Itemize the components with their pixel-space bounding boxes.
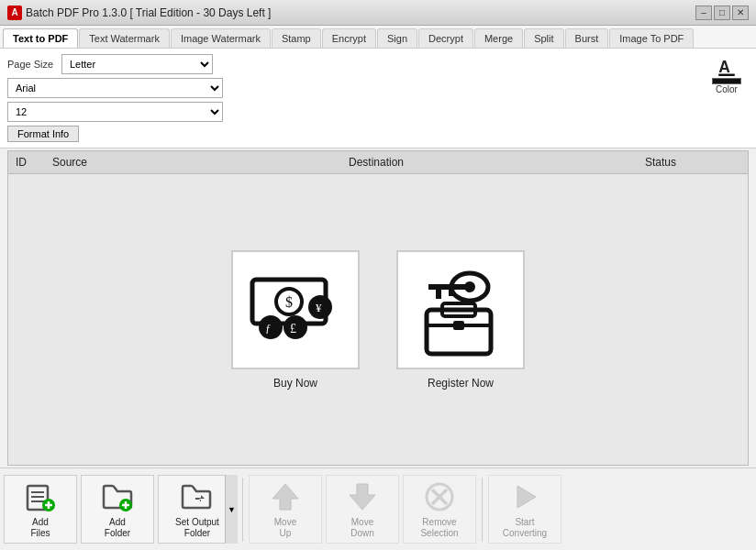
toolbar-separator-1 xyxy=(242,478,243,542)
svg-text:A: A xyxy=(718,58,730,76)
tab-image-watermark[interactable]: Image Watermark xyxy=(171,28,271,48)
remove-selection-button[interactable]: RemoveSelection xyxy=(403,475,476,544)
tab-merge[interactable]: Merge xyxy=(474,28,523,48)
svg-marker-30 xyxy=(272,484,298,510)
format-info-button[interactable]: Format Info xyxy=(7,126,79,142)
window-controls: – □ ✕ xyxy=(695,6,749,20)
page-size-label: Page Size xyxy=(7,59,58,70)
bottom-toolbar: AddFiles AddFolder Set OutputFolder ▼ xyxy=(0,468,756,550)
color-label: Color xyxy=(716,84,738,94)
buy-now-label: Buy Now xyxy=(273,377,317,390)
close-button[interactable]: ✕ xyxy=(732,6,749,20)
table-body: $ ƒ £ ¥ Buy Now xyxy=(8,174,748,465)
font-row: Arial Times New Roman Courier New xyxy=(7,78,695,98)
remove-selection-icon xyxy=(423,480,456,513)
tab-text-watermark[interactable]: Text Watermark xyxy=(79,28,170,48)
register-now-box[interactable] xyxy=(396,250,525,369)
col-destination: Destination xyxy=(341,154,638,170)
svg-marker-35 xyxy=(517,486,536,508)
toolbar-separator-2 xyxy=(482,478,483,542)
svg-text:ƒ: ƒ xyxy=(265,321,272,335)
move-up-button[interactable]: MoveUp xyxy=(249,475,322,544)
minimize-button[interactable]: – xyxy=(695,6,712,20)
col-id: ID xyxy=(8,154,45,170)
move-down-button[interactable]: MoveDown xyxy=(326,475,399,544)
start-converting-icon xyxy=(508,480,541,513)
tab-bar: Text to PDF Text Watermark Image Waterma… xyxy=(0,26,756,49)
font-select[interactable]: Arial Times New Roman Courier New xyxy=(7,78,223,98)
add-files-button[interactable]: AddFiles xyxy=(4,475,77,544)
title-bar: A Batch PDF Pro 1.3.0 [ Trial Edition - … xyxy=(0,0,756,26)
register-now-icon xyxy=(410,259,511,360)
register-now-label: Register Now xyxy=(428,377,494,390)
buy-now-box[interactable]: $ ƒ £ ¥ xyxy=(231,250,360,369)
move-down-icon xyxy=(346,480,379,513)
title-bar-text: Batch PDF Pro 1.3.0 [ Trial Edition - 30… xyxy=(26,6,271,19)
page-size-row: Page Size Letter A4 Legal xyxy=(7,54,695,74)
maximize-button[interactable]: □ xyxy=(714,6,730,20)
tab-sign[interactable]: Sign xyxy=(377,28,417,48)
svg-rect-19 xyxy=(453,321,464,330)
set-output-folder-icon xyxy=(181,480,214,513)
svg-rect-15 xyxy=(449,290,454,296)
promo-area: $ ƒ £ ¥ Buy Now xyxy=(231,250,525,390)
tab-stamp[interactable]: Stamp xyxy=(272,28,321,48)
page-size-select[interactable]: Letter A4 Legal xyxy=(61,54,213,74)
size-select[interactable]: 12 8 10 14 16 18 xyxy=(7,102,223,122)
set-output-folder-label: Set OutputFolder xyxy=(175,517,219,539)
move-up-icon xyxy=(269,480,302,513)
tab-split[interactable]: Split xyxy=(524,28,563,48)
tab-text-to-pdf[interactable]: Text to PDF xyxy=(3,28,78,48)
svg-text:¥: ¥ xyxy=(316,301,322,314)
table-header: ID Source Destination Status xyxy=(8,151,748,174)
add-files-icon xyxy=(24,480,57,513)
svg-text:£: £ xyxy=(290,322,296,336)
remove-selection-label: RemoveSelection xyxy=(420,517,458,539)
add-folder-icon xyxy=(101,480,134,513)
color-icon-button[interactable]: A Color xyxy=(708,58,745,94)
font-color-icon: A xyxy=(712,58,741,76)
buy-now-item[interactable]: $ ƒ £ ¥ Buy Now xyxy=(231,250,360,390)
set-output-dropdown-arrow[interactable]: ▼ xyxy=(225,475,238,544)
register-now-item[interactable]: Register Now xyxy=(396,250,525,390)
app-icon: A xyxy=(7,6,22,20)
options-panel: Page Size Letter A4 Legal Arial Times Ne… xyxy=(0,49,756,148)
col-status: Status xyxy=(638,154,748,170)
start-converting-button[interactable]: StartConverting xyxy=(488,475,561,544)
add-files-label: AddFiles xyxy=(30,517,50,539)
svg-marker-31 xyxy=(350,484,375,510)
tab-burst[interactable]: Burst xyxy=(565,28,609,48)
tab-encrypt[interactable]: Encrypt xyxy=(322,28,376,48)
svg-rect-13 xyxy=(428,284,467,290)
buy-now-icon: $ ƒ £ ¥ xyxy=(245,259,346,360)
col-source: Source xyxy=(45,154,341,170)
panel-left: Page Size Letter A4 Legal Arial Times Ne… xyxy=(7,54,695,142)
svg-rect-14 xyxy=(436,290,441,299)
tab-decrypt[interactable]: Decrypt xyxy=(418,28,473,48)
set-output-wrapper: Set OutputFolder ▼ xyxy=(158,475,237,544)
start-converting-label: StartConverting xyxy=(503,517,547,539)
add-folder-button[interactable]: AddFolder xyxy=(81,475,154,544)
file-table-section: ID Source Destination Status $ xyxy=(0,148,756,468)
tab-image-to-pdf[interactable]: Image To PDF xyxy=(609,28,694,48)
add-folder-label: AddFolder xyxy=(105,517,130,539)
size-row: 12 8 10 14 16 18 xyxy=(7,102,695,122)
move-up-label: MoveUp xyxy=(274,517,296,539)
svg-text:$: $ xyxy=(285,294,293,310)
color-swatch xyxy=(712,78,741,84)
color-control[interactable]: A Color xyxy=(705,54,749,98)
move-down-label: MoveDown xyxy=(350,517,374,539)
file-table: ID Source Destination Status $ xyxy=(7,150,749,466)
